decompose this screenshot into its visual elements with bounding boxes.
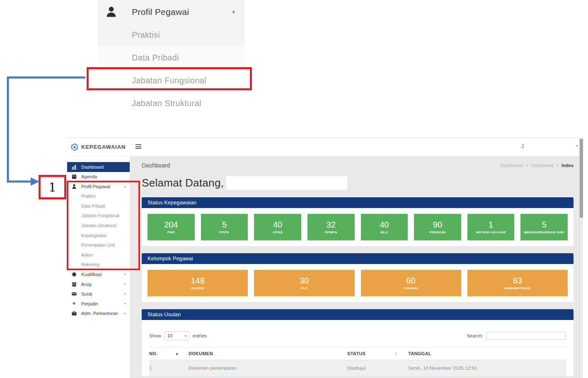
stat-card-pensiun: 90PENSIUN <box>414 214 461 240</box>
sidebar-item-arsip[interactable]: Arsip ▾ <box>67 279 130 289</box>
airplane-icon: ✈ <box>71 301 77 306</box>
panel-status-usulan: Status Usulan Show 10 ▾ entries <box>142 309 573 376</box>
column-header-no[interactable]: NO.▲ <box>149 347 189 360</box>
sidebar-subitem-jabatan-fungsional[interactable]: Jabatan Fungsional <box>67 211 130 221</box>
app-logo-icon <box>71 143 78 151</box>
sidebar-subitem-rekening[interactable]: Rekening <box>67 260 130 270</box>
sidebar-item-label: Kualifikasi <box>81 272 102 277</box>
menu-snippet: Profil Pegawai ▲ Praktisi Data Pribadi J… <box>98 0 244 115</box>
envelope-icon <box>71 291 77 296</box>
snippet-item-jabatan-fungsional[interactable]: Jabatan Fungsional <box>98 69 244 92</box>
sidebar-item-kualifikasi[interactable]: Kualifikasi ▾ <box>67 269 130 279</box>
column-header-tanggal[interactable]: TANGGAL <box>408 347 566 360</box>
sidebar-item-dashboard[interactable]: Dashboard <box>67 162 130 172</box>
sidebar-item-profil-pegawai[interactable]: Profil Pegawai ▴ <box>67 182 130 191</box>
scrollbar-thumb[interactable] <box>580 139 583 218</box>
expand-caret-icon: ▾ <box>124 282 126 286</box>
breadcrumb-current: Index <box>561 163 573 168</box>
person-icon <box>106 6 117 17</box>
hamburger-menu-icon[interactable] <box>136 144 141 149</box>
select-caret-icon: ▾ <box>185 334 186 338</box>
column-header-status[interactable]: STATUS▲▼ <box>347 347 408 360</box>
group-card-teknisi: 60TEKNISI <box>361 270 461 296</box>
app-screenshot: KEPEGAWAIAN J ▾ Dashboard <box>67 138 583 378</box>
sidebar-subitem-data-pribadi[interactable]: Data Pribadi <box>67 201 130 211</box>
user-menu-caret-icon[interactable]: ▾ <box>576 144 578 148</box>
sidebar-item-label: Perjadin <box>81 301 98 306</box>
sidebar-item-agenda[interactable]: Agenda <box>67 172 130 182</box>
sidebar-item-adm-perkantoran[interactable]: Adm. Perkantoran ▾ <box>67 308 130 318</box>
snippet-item-jabatan-struktural[interactable]: Jabatan Struktural <box>98 92 244 115</box>
snippet-item-data-pribadi[interactable]: Data Pribadi <box>98 46 244 69</box>
collapse-caret-icon: ▴ <box>124 184 126 188</box>
group-card-dosen: 148DOSEN <box>148 270 248 296</box>
table-row[interactable]: 1 Dokumen penempatan Disetujui Senin, 10… <box>149 360 566 376</box>
sidebar-item-label: Arsip <box>81 282 92 287</box>
panel-header: Kelompok Pegawai <box>142 253 573 264</box>
cell-dokumen: Dokumen penempatan <box>189 360 347 376</box>
page-title: Dashboard <box>142 162 170 169</box>
panel-header: Status Usulan <box>142 309 573 320</box>
search-input[interactable] <box>486 332 566 340</box>
vertical-scrollbar[interactable] <box>579 139 583 378</box>
group-card-administrasi: 83ADMINISTRASI <box>467 270 568 296</box>
entries-label: entries <box>193 333 207 338</box>
sidebar-item-label: Dashboard <box>81 165 104 170</box>
sort-asc-icon: ▲ <box>175 351 179 356</box>
app-header: KEPEGAWAIAN J ▾ <box>67 138 583 156</box>
stat-card-pns: 204PNS <box>148 214 195 240</box>
welcome-heading: Selamat Datang, <box>142 177 224 189</box>
expand-caret-icon: ▾ <box>124 292 126 296</box>
cell-status: Disetujui <box>347 360 408 376</box>
expand-caret-icon: ▾ <box>124 302 126 305</box>
cell-tanggal: Senin, 10 November 2025 12:50 <box>408 360 566 376</box>
stat-card-ppnpn: 32PPNPN <box>307 214 355 240</box>
sidebar-subitem-penempatan-unit[interactable]: Penempatan Unit <box>67 240 130 250</box>
briefcase-icon <box>71 311 77 316</box>
archive-icon <box>71 282 77 287</box>
breadcrumb: Dashboard > Dashboard > Index <box>501 163 573 168</box>
panel-status-kepegawaian: Status Kepegawaian 204PNS 5PPPK 40CPNS 3… <box>142 197 573 246</box>
sidebar: Dashboard Agenda P <box>67 156 130 378</box>
column-header-dokumen[interactable]: DOKUMEN <box>189 347 347 360</box>
sidebar-subitem-askes[interactable]: Askes <box>67 250 130 260</box>
breadcrumb-separator: > <box>556 163 559 168</box>
sidebar-item-label: Surat <box>81 291 92 296</box>
cell-no: 1 <box>149 360 189 376</box>
breadcrumb-item[interactable]: Dashboard <box>501 163 523 168</box>
stat-card-cpns: 40CPNS <box>254 214 301 240</box>
redacted-username-box <box>226 176 347 190</box>
brand-name: KEPEGAWAIAN <box>81 144 126 150</box>
calendar-icon <box>71 174 77 179</box>
brand[interactable]: KEPEGAWAIAN <box>67 143 126 151</box>
breadcrumb-item[interactable]: Dashboard <box>531 163 554 168</box>
stat-card-blu: 40BLU <box>361 214 408 240</box>
usulan-table: NO.▲ DOKUMEN STATUS▲▼ TANGGAL <box>149 347 566 376</box>
expand-caret-icon: ▾ <box>124 312 126 315</box>
entries-select[interactable]: 10 ▾ <box>165 331 189 340</box>
snippet-item-profil-pegawai[interactable]: Profil Pegawai ▲ <box>98 0 244 24</box>
sidebar-subitem-kepangkatan[interactable]: Kepangkatan <box>67 230 130 240</box>
gear-icon <box>71 272 77 277</box>
step-number-badge: 1 <box>39 175 66 199</box>
main-content: Dashboard Dashboard > Dashboard > Index … <box>130 156 583 378</box>
snippet-item-label: Profil Pegawai <box>132 7 189 17</box>
group-card-plp: 30PLP <box>254 270 354 296</box>
tutorial-page: KEPEGAWAIAN J ▾ Dashboard <box>0 0 588 378</box>
snippet-item-praktisi[interactable]: Praktisi <box>98 24 244 46</box>
expand-caret-icon: ▾ <box>124 273 126 276</box>
sidebar-subitem-jabatan-struktural[interactable]: Jabatan Struktural <box>67 220 130 230</box>
collapse-caret-icon: ▲ <box>231 8 236 14</box>
panel-header: Status Kepegawaian <box>142 197 573 208</box>
show-label: Show <box>149 333 161 338</box>
breadcrumb-separator: > <box>526 163 528 168</box>
panel-kelompok-pegawai: Kelompok Pegawai 148DOSEN 30PLP 60TEKNIS… <box>142 253 573 302</box>
sidebar-item-label: Adm. Perkantoran <box>81 311 118 316</box>
stat-card-mengundurkan-diri: 5MENGUNDURKAN DIRI <box>520 214 568 240</box>
sidebar-item-perjadin[interactable]: ✈ Perjadin ▾ <box>67 299 130 309</box>
sidebar-item-surat[interactable]: Surat ▾ <box>67 289 130 299</box>
sort-icon: ▲▼ <box>394 351 397 356</box>
user-name[interactable]: J <box>521 143 524 149</box>
sidebar-item-label: Profil Pegawai <box>81 184 110 189</box>
sidebar-subitem-praktisi[interactable]: Praktisi <box>67 191 130 201</box>
